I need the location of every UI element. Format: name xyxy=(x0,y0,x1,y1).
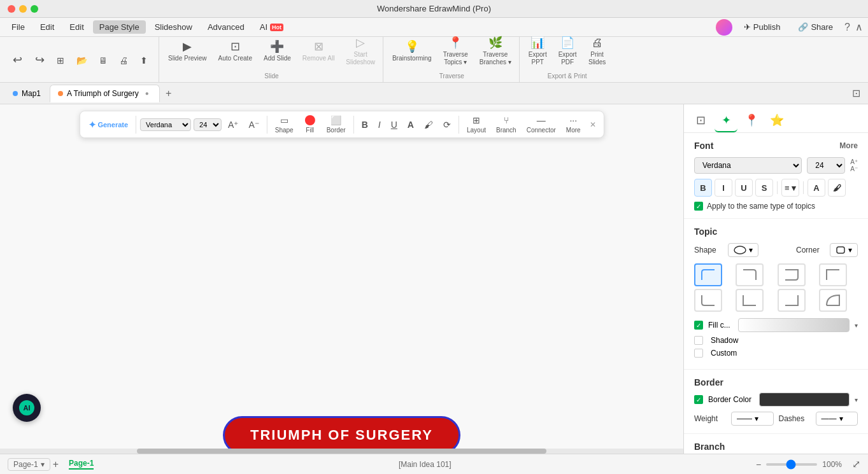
font-family-select[interactable]: Verdana xyxy=(140,118,191,131)
ft-collapse[interactable]: ✕ xyxy=(587,119,599,130)
export-ppt-button[interactable]: 📊 ExportPPT xyxy=(523,32,552,70)
font-size-select[interactable]: 24 xyxy=(194,118,222,131)
ai-fab-button[interactable]: AI xyxy=(13,394,41,422)
open-button[interactable]: 📂 xyxy=(71,51,92,70)
ft-increase-font[interactable]: A⁺ xyxy=(224,118,242,131)
fill-color-bar[interactable] xyxy=(738,318,850,332)
menu-edit[interactable]: Edit xyxy=(34,20,60,34)
underline-button[interactable]: U xyxy=(735,179,753,197)
shape-select[interactable]: ▾ xyxy=(728,243,758,257)
corner-opt-all[interactable] xyxy=(819,263,847,286)
corner-opt-tl[interactable] xyxy=(694,263,722,286)
user-avatar[interactable] xyxy=(716,19,732,36)
canvas-scrollbar[interactable] xyxy=(0,449,683,454)
panel-icon-style[interactable]: ✦ xyxy=(715,109,737,132)
triumph-tab-close[interactable]: ● xyxy=(143,89,152,98)
ft-fill-button[interactable]: Fill xyxy=(300,114,320,135)
fullscreen-icon[interactable]: ⤢ xyxy=(852,458,860,470)
ft-italic-button[interactable]: I xyxy=(374,118,385,131)
ai-generate-button[interactable]: ✦ Generate xyxy=(85,118,132,131)
ft-layout-button[interactable]: ⊞ Layout xyxy=(463,114,490,135)
ft-border-button[interactable]: ⬜ Border xyxy=(323,114,350,135)
print-slides-button[interactable]: 🖨 PrintSlides xyxy=(583,32,611,70)
weight-select[interactable]: —— ▾ xyxy=(731,412,774,426)
menu-page-style[interactable]: Edit xyxy=(63,20,90,34)
share-button[interactable]: 🔗 Share xyxy=(792,20,839,34)
add-page-button[interactable]: + xyxy=(53,459,59,470)
panel-font-family[interactable]: Verdana xyxy=(694,157,802,174)
brainstorming-button[interactable]: 💡 Brainstorming xyxy=(387,32,437,70)
panel-font-size[interactable]: 24 xyxy=(807,157,845,174)
fill-dropdown-arrow[interactable]: ▾ xyxy=(855,322,858,329)
maximize-button[interactable] xyxy=(31,5,38,13)
italic-button[interactable]: I xyxy=(715,179,732,197)
export-button[interactable]: ⬆ xyxy=(134,51,153,70)
ft-shape2-button[interactable]: ⟳ xyxy=(439,118,455,131)
font-more-link[interactable]: More xyxy=(839,141,858,150)
corner-opt-custom[interactable] xyxy=(819,289,847,312)
corner-opt-br[interactable] xyxy=(778,263,806,286)
slide-preview-button[interactable]: ▶ Slide Preview xyxy=(163,32,212,70)
corner-opt-tr[interactable] xyxy=(736,263,764,286)
strikethrough-button[interactable]: S xyxy=(755,179,773,197)
ft-shape-button[interactable]: ▭ Shape xyxy=(271,114,297,135)
close-button[interactable] xyxy=(8,5,15,13)
bold-button[interactable]: B xyxy=(694,179,712,197)
auto-create-button[interactable]: ⊡ Auto Create xyxy=(213,32,257,70)
page-selector[interactable]: Page-1 ▾ xyxy=(8,458,50,471)
remove-all-button[interactable]: ⊠ Remove All xyxy=(297,32,340,70)
menu-file[interactable]: File xyxy=(5,20,31,34)
print-button[interactable]: 🖨 xyxy=(114,51,133,70)
panel-icon-star[interactable]: ⭐ xyxy=(765,109,788,132)
help-icon[interactable]: ? xyxy=(844,22,850,33)
zoom-out-icon[interactable]: − xyxy=(756,459,761,470)
highlight-color-btn[interactable]: 🖌 xyxy=(828,179,846,197)
add-tab-button[interactable]: + xyxy=(161,86,176,101)
canvas[interactable]: ✦ Generate Verdana 24 A⁺ A⁻ ▭ Shape Fill xyxy=(0,104,683,454)
ft-bold-button[interactable]: B xyxy=(358,118,372,131)
custom-checkbox[interactable] xyxy=(694,349,703,358)
panel-icon-format[interactable]: ⊡ xyxy=(689,109,712,132)
ft-branch-button[interactable]: ⑂ Branch xyxy=(492,114,520,135)
panel-icon-pin[interactable]: 📍 xyxy=(740,109,763,132)
minimize-button[interactable] xyxy=(19,5,27,13)
ft-underline-button[interactable]: U xyxy=(387,118,401,131)
export-pdf-button[interactable]: 📄 ExportPDF xyxy=(553,32,582,70)
corner-opt-bl[interactable] xyxy=(694,289,722,312)
fill-checkbox[interactable]: ✓ xyxy=(694,321,703,330)
corner-opt-round[interactable] xyxy=(778,289,806,312)
local-button[interactable]: 🖥 xyxy=(94,51,113,70)
ft-more-button[interactable]: ··· More xyxy=(562,114,585,135)
menu-slideshow[interactable]: Page Style xyxy=(93,20,146,34)
canvas-scrollbar-thumb[interactable] xyxy=(137,449,547,454)
corner-opt-none[interactable] xyxy=(736,289,764,312)
add-slide-button[interactable]: ➕ Add Slide xyxy=(259,32,296,70)
apply-checkbox[interactable]: ✓ xyxy=(694,202,703,211)
window-controls[interactable] xyxy=(8,5,38,13)
ft-font-color-button[interactable]: A xyxy=(404,118,418,131)
zoom-slider[interactable] xyxy=(766,463,817,466)
redo-button[interactable]: ↪ xyxy=(30,47,50,73)
panel-toggle-button[interactable]: ⊡ xyxy=(850,85,863,102)
active-page-label[interactable]: Page-1 xyxy=(69,459,94,470)
shadow-checkbox[interactable] xyxy=(694,336,703,345)
traverse-topics-button[interactable]: 📍 TraverseTopics ▾ xyxy=(438,32,473,70)
undo-button[interactable]: ↩ xyxy=(8,47,27,73)
align-button[interactable]: ≡ ▾ xyxy=(781,179,799,197)
font-increase-btn[interactable]: A⁺ xyxy=(850,159,858,165)
dashes-select[interactable]: —— ▾ xyxy=(816,412,858,426)
publish-button[interactable]: ✈ Publish xyxy=(737,20,787,34)
tab-triumph[interactable]: A Triumph of Surgery ● xyxy=(50,85,160,102)
font-decrease-btn[interactable]: A⁻ xyxy=(850,166,858,172)
new-window-button[interactable]: ⊞ xyxy=(51,51,70,70)
traverse-branches-button[interactable]: 🌿 TraverseBranches ▾ xyxy=(474,32,516,70)
corner-select[interactable]: ▾ xyxy=(830,243,858,257)
ft-highlight-button[interactable]: 🖌 xyxy=(420,118,437,131)
ft-decrease-font[interactable]: A⁻ xyxy=(245,118,262,131)
border-color-checkbox[interactable]: ✓ xyxy=(694,395,703,404)
start-slideshow-button[interactable]: ▷ StartSlideshow xyxy=(341,32,380,70)
border-dropdown-arrow[interactable]: ▾ xyxy=(855,396,858,403)
collapse-icon[interactable]: ∧ xyxy=(855,21,863,33)
border-color-swatch[interactable] xyxy=(759,393,850,407)
font-color-btn[interactable]: A xyxy=(808,179,825,197)
